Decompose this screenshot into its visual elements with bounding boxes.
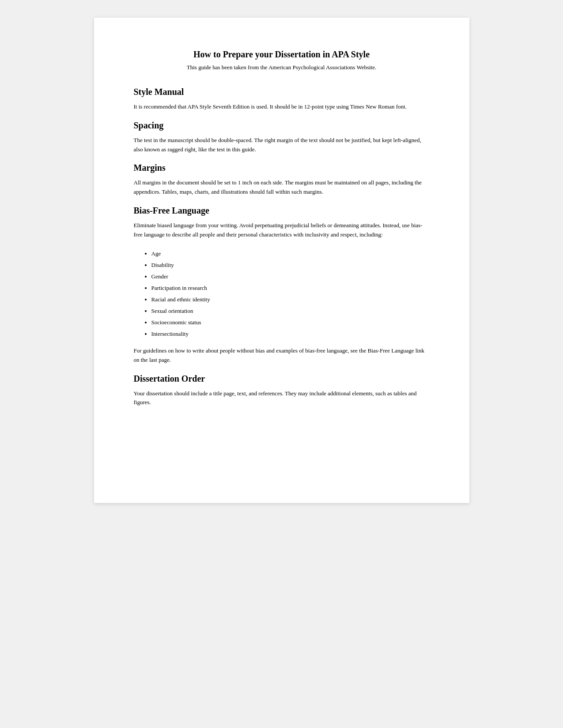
list-item: Disability xyxy=(151,260,430,270)
list-item: Socioeconomic status xyxy=(151,317,430,328)
heading-margins: Margins xyxy=(134,163,430,173)
body-margins: All margins in the document should be se… xyxy=(134,178,430,197)
section-dissertation-order: Dissertation Order Your dissertation sho… xyxy=(134,374,430,408)
bias-free-after-text: For guidelines on how to write about peo… xyxy=(134,346,430,365)
list-item: Gender xyxy=(151,271,430,282)
heading-style-manual: Style Manual xyxy=(134,87,430,97)
bias-free-list: Age Disability Gender Participation in r… xyxy=(151,248,430,339)
body-bias-free: Eliminate biased language from your writ… xyxy=(134,221,430,240)
section-bias-free: Bias-Free Language Eliminate biased lang… xyxy=(134,206,430,365)
document-page: How to Prepare your Dissertation in APA … xyxy=(94,18,469,503)
section-style-manual: Style Manual It is recommended that APA … xyxy=(134,87,430,112)
page-title: How to Prepare your Dissertation in APA … xyxy=(134,49,430,60)
list-item: Racial and ethnic identity xyxy=(151,294,430,305)
list-item: Participation in research xyxy=(151,283,430,293)
page-subtitle: This guide has been taken from the Ameri… xyxy=(134,64,430,71)
list-item: Sexual orientation xyxy=(151,306,430,316)
body-dissertation-order: Your dissertation should include a title… xyxy=(134,389,430,408)
section-spacing: Spacing The test in the manuscript shoul… xyxy=(134,120,430,154)
list-item: Age xyxy=(151,248,430,259)
body-style-manual: It is recommended that APA Style Seventh… xyxy=(134,102,430,112)
heading-bias-free: Bias-Free Language xyxy=(134,206,430,216)
body-spacing: The test in the manuscript should be dou… xyxy=(134,136,430,154)
heading-spacing: Spacing xyxy=(134,120,430,131)
section-margins: Margins All margins in the document shou… xyxy=(134,163,430,197)
heading-dissertation-order: Dissertation Order xyxy=(134,374,430,384)
list-item: Intersectionality xyxy=(151,329,430,339)
